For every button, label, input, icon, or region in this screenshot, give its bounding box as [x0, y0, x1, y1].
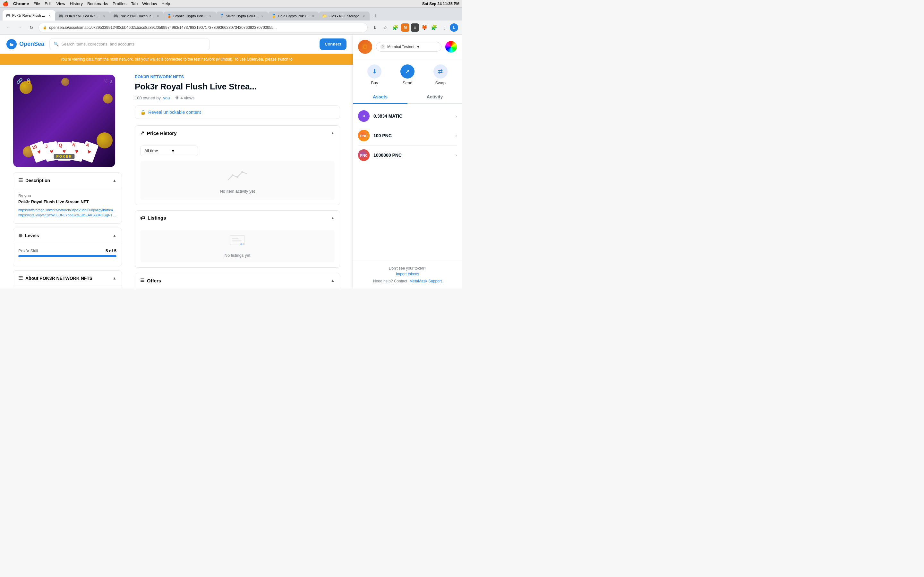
- tab-close-5[interactable]: ×: [310, 13, 316, 19]
- description-header[interactable]: ☰ Description ▲: [13, 173, 121, 188]
- profile-avatar[interactable]: L: [450, 23, 458, 32]
- menu-edit[interactable]: Edit: [45, 1, 52, 6]
- wallet-avatar[interactable]: [445, 41, 457, 53]
- tab-active[interactable]: 🎮 Pok3r Royal Flush ... ×: [3, 10, 55, 21]
- pnc2-chevron: ›: [455, 153, 457, 158]
- tab-favicon-2: 🎮: [113, 14, 118, 18]
- apple-menu[interactable]: 🍎: [3, 1, 9, 7]
- image-icons-left: 🔗 🔒: [16, 78, 32, 84]
- tab-close-2[interactable]: ×: [155, 13, 160, 19]
- ext-icon-2[interactable]: ≡: [411, 23, 419, 32]
- about-content: P Peer-to-Peer Multiplayer Poker Powered…: [13, 286, 121, 288]
- buy-label: Buy: [371, 81, 378, 85]
- listings-header[interactable]: 🏷 Listings ▲: [135, 211, 340, 225]
- listings-empty-icon: [229, 235, 246, 250]
- skill-value: 5 of 5: [105, 248, 116, 253]
- tab-assets[interactable]: Assets: [353, 90, 407, 104]
- ext-icon-puzzle[interactable]: 🧩: [430, 23, 438, 32]
- tab-activity[interactable]: Activity: [407, 90, 462, 104]
- wallet-actions: ⬇ Buy ↗ Send ⇄ Swap: [353, 59, 462, 90]
- tab-6[interactable]: 📁 Files - NFT Storage ×: [319, 11, 370, 21]
- url-bar[interactable]: 🔒 opensea.io/assets/matic/0x2953399124f0…: [39, 23, 368, 32]
- owner-link[interactable]: you: [163, 95, 170, 100]
- nft-link-2[interactable]: https://ipfs.io/ipfs/QmW8uDNLYboKwzE9lbE…: [18, 213, 116, 217]
- opensea-logo[interactable]: OpenSea: [6, 39, 44, 49]
- token-item-matic[interactable]: M 0.3834 MATIC ›: [353, 106, 462, 126]
- lock-nft-icon[interactable]: 🔒: [25, 78, 32, 84]
- network-name: Mumbai Testnet: [387, 45, 415, 49]
- collection-name[interactable]: POK3R NETWORK NFTS: [135, 74, 340, 79]
- menu-history[interactable]: History: [69, 1, 82, 6]
- opensea-logo-icon: [6, 39, 17, 49]
- os-connect-wallet[interactable]: Connect: [320, 39, 347, 50]
- menu-view[interactable]: View: [56, 1, 65, 6]
- buy-button[interactable]: ⬇ Buy: [367, 64, 381, 85]
- tab-3[interactable]: 🥉 Bronze Crypto Pok... ×: [164, 11, 216, 21]
- menu-bookmarks[interactable]: Bookmarks: [87, 1, 108, 6]
- time-filter-dropdown[interactable]: All time ▼: [140, 145, 198, 156]
- menu-dots[interactable]: ⋮: [439, 23, 449, 32]
- tab-label-0: Pok3r Royal Flush ...: [12, 13, 45, 17]
- about-header[interactable]: ☰ About POK3R NETWORK NFTS ▲: [13, 271, 121, 286]
- pnc2-icon: PNC: [358, 149, 370, 161]
- forward-button[interactable]: →: [15, 23, 24, 32]
- tab-label-1: POK3R NETWORK ...: [65, 14, 100, 18]
- send-label: Send: [403, 81, 412, 85]
- menu-profiles[interactable]: Profiles: [113, 1, 126, 6]
- offers-content: [135, 288, 340, 288]
- import-tokens-link[interactable]: Import tokens: [358, 272, 457, 276]
- app-name[interactable]: Chrome: [13, 1, 29, 6]
- menu-help[interactable]: Help: [162, 1, 170, 6]
- os-header-right: Connect: [320, 39, 347, 50]
- token-item-pnc2[interactable]: PNC 1000000 PNC ›: [353, 145, 462, 165]
- nft-left-column: 10 ♥ J ♥ Q ♥ K: [13, 74, 122, 288]
- send-button[interactable]: ↗ Send: [401, 64, 415, 85]
- opensea-search[interactable]: 🔍 Search items, collections, and account…: [49, 38, 210, 50]
- ext-icon-fox[interactable]: 🦊: [420, 23, 429, 32]
- metamask-ext-icon[interactable]: M: [401, 23, 409, 32]
- menu-file[interactable]: File: [33, 1, 40, 6]
- tab-1[interactable]: 🎮 POK3R NETWORK ... ×: [55, 11, 110, 21]
- offers-header[interactable]: ☰ Offers ▲: [135, 273, 340, 288]
- levels-header[interactable]: ⊕ Levels ▲: [13, 228, 121, 243]
- swap-button[interactable]: ⇄ Swap: [433, 64, 447, 85]
- tab-close-0[interactable]: ×: [47, 13, 52, 18]
- extensions-icon[interactable]: 🧩: [391, 23, 400, 32]
- tab-close-3[interactable]: ×: [208, 13, 213, 19]
- pnc-chevron: ›: [455, 133, 457, 138]
- menu-tab[interactable]: Tab: [131, 1, 137, 6]
- tab-favicon-4: 🥈: [220, 14, 224, 18]
- bookmark-icon[interactable]: ☆: [381, 23, 389, 32]
- price-history-header[interactable]: ↗ Price History ▲: [135, 126, 340, 140]
- search-placeholder: Search items, collections, and accounts: [61, 42, 134, 47]
- new-tab-button[interactable]: +: [371, 11, 380, 21]
- menu-window[interactable]: Window: [142, 1, 157, 6]
- tab-5[interactable]: 🥇 Gold Crypto Pok3... ×: [268, 11, 319, 21]
- svg-rect-10: [232, 240, 242, 242]
- token-item-pnc[interactable]: PNC 100 PNC ›: [353, 126, 462, 145]
- unlock-button[interactable]: 🔒 Reveal unlockable content: [135, 105, 340, 119]
- tab-4[interactable]: 🥈 Silver Crypto Pok3... ×: [216, 11, 268, 21]
- price-history-chevron: ▲: [331, 131, 334, 135]
- heart-icon[interactable]: ♡: [104, 78, 108, 84]
- nft-link-1[interactable]: https://nftstorage.link/ipfs/bafkreia3rj…: [18, 208, 116, 212]
- network-selector[interactable]: ? Mumbai Testnet ▼: [376, 42, 441, 52]
- tab-close-4[interactable]: ×: [260, 13, 265, 19]
- tab-label-6: Files - NFT Storage: [328, 14, 359, 18]
- back-button[interactable]: ←: [4, 23, 13, 32]
- svg-rect-8: [230, 235, 245, 245]
- description-panel: ☰ Description ▲ By you Pok3r Royal Flush…: [13, 172, 122, 224]
- nft-content: 10 ♥ J ♥ Q ♥ K: [0, 65, 353, 288]
- tab-2[interactable]: 🎮 Pok3r PNC Token P... ×: [110, 11, 164, 21]
- description-icon: ☰: [18, 177, 23, 183]
- tab-close-1[interactable]: ×: [102, 13, 107, 19]
- no-activity: No item activity yet: [220, 167, 255, 193]
- downloads-icon[interactable]: ⬇: [370, 23, 379, 32]
- menubar: 🍎 Chrome File Edit View History Bookmark…: [0, 0, 462, 8]
- offers-panel: ☰ Offers ▲: [135, 273, 340, 288]
- refresh-button[interactable]: ↻: [27, 23, 36, 32]
- metamask-support-link[interactable]: MetaMask Support: [409, 279, 442, 284]
- share-icon[interactable]: 🔗: [16, 78, 23, 84]
- tab-close-6[interactable]: ×: [361, 13, 367, 19]
- matic-icon: M: [358, 110, 370, 122]
